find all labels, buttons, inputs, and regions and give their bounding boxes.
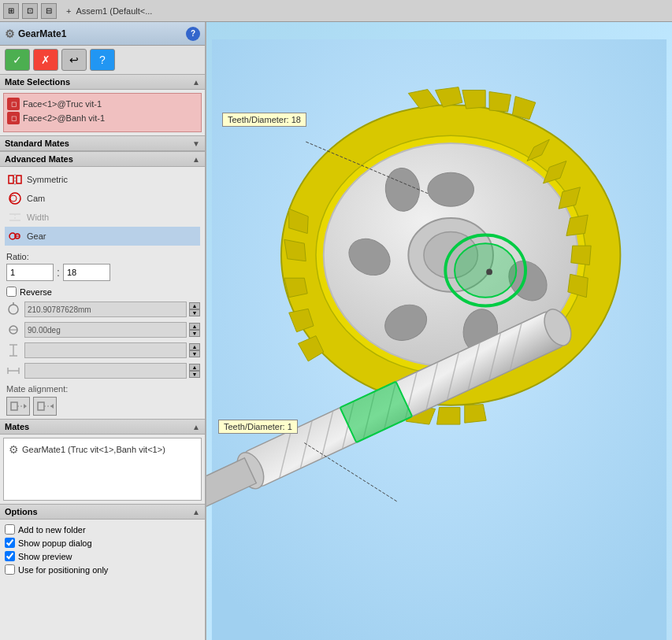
tooltip-2: Teeth/Diameter: 1 [218,420,298,434]
options-arrow: ▲ [192,508,200,516]
reverse-checkbox[interactable] [6,287,17,297]
svg-point-3 [9,193,20,204]
icon-3[interactable]: ⊟ [41,3,57,19]
field-row-2: ▲ ▼ [0,320,205,340]
field-spin-2: ▲ ▼ [189,323,200,337]
spin-up-1[interactable]: ▲ [189,302,200,309]
mates-list-item-1[interactable]: ⚙ GearMate1 (Truc vit<1>,Banh vit<1>) [7,442,198,457]
3d-scene [206,39,672,640]
svg-rect-0 [9,176,13,183]
panel-title: ⚙ GearMate1 [5,28,66,40]
spin-up-4[interactable]: ▲ [189,364,200,371]
advanced-mates-arrow: ▲ [192,155,200,164]
ratio-input-2[interactable] [63,264,110,281]
mates-arrow: ▲ [192,423,200,431]
align-btn-2[interactable] [33,397,57,416]
svg-marker-23 [24,404,27,409]
gearmate-icon: ⚙ [5,28,15,40]
gear-option[interactable]: Gear [5,227,200,246]
positioning-checkbox[interactable] [5,564,15,575]
options-section: Add to new folder Show popup dialog Show… [0,520,205,579]
field-input-4 [24,363,187,379]
option-row-2: Show popup dialog [5,536,200,549]
align-btn-1[interactable] [6,397,30,416]
mate-selections-header[interactable]: Mate Selections ▲ [0,74,205,90]
svg-point-40 [455,243,516,297]
help-toolbar-button[interactable]: ? [90,49,115,71]
ratio-section: Ratio: : [0,249,205,284]
spin-up-2[interactable]: ▲ [189,323,200,330]
panel-header: ⚙ GearMate1 ? [0,22,205,46]
symmetric-icon [8,172,22,187]
field-row-3: ▲ ▼ [0,340,205,361]
add-folder-label: Add to new folder [18,525,86,535]
width-option: Width [5,208,200,227]
spin-down-2[interactable]: ▼ [189,330,200,337]
ratio-inputs: : [6,264,199,281]
field-input-2 [24,322,187,338]
help-button[interactable]: ? [186,27,200,41]
mates-item-icon: ⚙ [9,443,19,456]
field-icon-2 [5,321,22,338]
standard-mates-header[interactable]: Standard Mates ▼ [0,135,205,151]
breadcrumb-title: Assem1 (Default<... [76,6,152,16]
field-icon-3 [5,342,22,359]
field-icon-1 [5,301,22,318]
selections-arrow: ▲ [192,78,200,87]
svg-marker-26 [50,404,54,409]
show-preview-label: Show preview [18,552,72,561]
ratio-input-1[interactable] [6,264,54,281]
alignment-label: Mate alignment: [6,384,199,394]
selection-item-1: ◻ Face<1>@Truc vit-1 [7,97,198,111]
ratio-label: Ratio: [6,252,199,261]
sel-icon-1: ◻ [7,98,20,110]
main-area: ⚙ GearMate1 ? ✓ ✗ ↩ ? Mate Selections ▲ … [0,22,672,640]
mate-alignment-section: Mate alignment: [0,381,205,419]
option-row-4: Use for positioning only [5,563,200,576]
spin-up-3[interactable]: ▲ [189,343,200,350]
ratio-separator: : [57,266,60,279]
standard-mates-arrow: ▼ [192,139,200,148]
show-popup-checkbox[interactable] [5,538,15,548]
positioning-label: Use for positioning only [18,565,108,575]
field-input-3 [24,342,187,358]
spin-down-3[interactable]: ▼ [189,350,200,357]
svg-point-11 [9,305,18,314]
field-spin-4: ▲ ▼ [189,364,200,378]
cancel-button[interactable]: ✗ [33,49,58,71]
options-header[interactable]: Options ▲ [0,504,205,520]
width-icon [8,210,22,224]
spin-down-1[interactable]: ▼ [189,309,200,316]
reverse-label: Reverse [20,287,52,297]
add-folder-checkbox[interactable] [5,524,15,535]
selection-item-2: ◻ Face<2>@Banh vit-1 [7,111,198,125]
ok-button[interactable]: ✓ [5,49,30,71]
symmetric-option[interactable]: Symmetric [5,170,200,189]
mates-section-header[interactable]: Mates ▲ [0,419,205,435]
option-row-1: Add to new folder [5,523,200,536]
spin-down-4[interactable]: ▼ [189,371,200,378]
field-input-1 [24,302,187,317]
back-button[interactable]: ↩ [61,49,87,71]
top-bar: ⊞ ⊡ ⊟ + Assem1 (Default<... [0,0,672,22]
sel-icon-2: ◻ [7,112,20,124]
icon-1[interactable]: ⊞ [3,3,19,19]
viewport[interactable]: Teeth/Diameter: 18 Teeth/Diameter: 1 [206,22,672,640]
advanced-mates-header[interactable]: Advanced Mates ▲ [0,151,205,167]
svg-point-4 [10,195,17,202]
option-row-3: Show preview [5,549,200,563]
gear-icon [8,229,22,243]
icon-2[interactable]: ⊡ [22,3,38,19]
field-row-1: ▲ ▼ [0,299,205,320]
alignment-btns [6,397,199,416]
mate-selections-box: ◻ Face<1>@Truc vit-1 ◻ Face<2>@Banh vit-… [3,93,202,132]
cam-icon [8,191,22,205]
toolbar-row: ✓ ✗ ↩ ? [0,46,205,74]
left-panel: ⚙ GearMate1 ? ✓ ✗ ↩ ? Mate Selections ▲ … [0,22,206,640]
show-preview-checkbox[interactable] [5,551,15,561]
field-row-4: ▲ ▼ [0,361,205,381]
cam-option[interactable]: Cam [5,189,200,208]
svg-rect-1 [17,176,21,183]
advanced-section: Symmetric Cam [0,167,205,249]
show-popup-label: Show popup dialog [18,538,92,548]
